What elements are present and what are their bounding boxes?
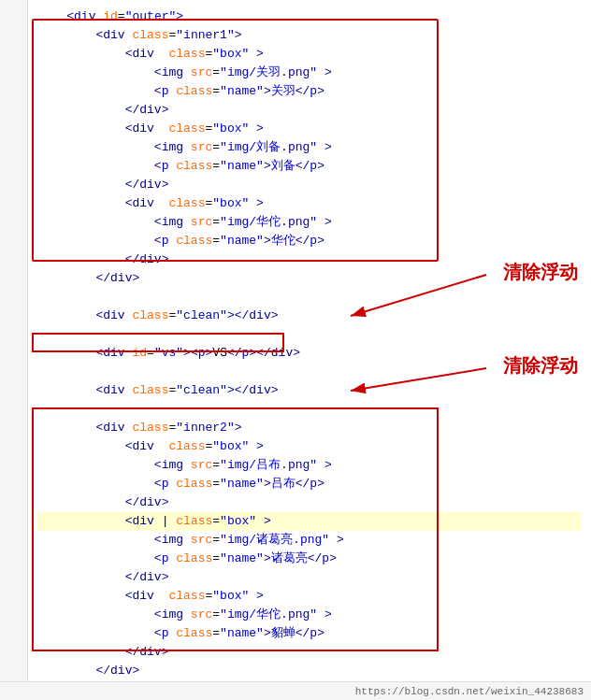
line-numbers (0, 0, 28, 700)
code-line (37, 363, 582, 381)
code-line: <img src="img/华佗.png" > (37, 213, 582, 232)
code-line: <div class="box" > (37, 194, 582, 213)
code-line: </div> (37, 662, 582, 680)
code-line: <div class="box" > (37, 45, 582, 64)
status-bar: https://blog.csdn.net/weixin_44238683 (0, 681, 591, 700)
code-line: </div> (37, 176, 582, 194)
code-line: </div> (37, 101, 582, 120)
annotation-label-1: 清除浮动 (503, 260, 578, 285)
code-line: <div class="inner1"> (37, 26, 582, 45)
code-line: </div> (37, 269, 582, 288)
code-line: <div id="outer"> (37, 7, 582, 26)
red-box-vs (32, 333, 284, 352)
code-line: <div class="clean"></div> (37, 381, 582, 400)
editor-area: ● ● <div id="outer"> <div class="inner1"… (0, 0, 591, 700)
status-url: https://blog.csdn.net/weixin_44238683 (355, 686, 584, 697)
code-line: <p class="name">关羽</p> (37, 82, 582, 101)
code-line: <p class="name">华佗</p> (37, 232, 582, 250)
code-line: <p class="name">刘备</p> (37, 157, 582, 176)
code-line: <div class="box" > (37, 120, 582, 138)
code-line: <img src="img/刘备.png" > (37, 138, 582, 157)
annotation-label-2: 清除浮动 (503, 353, 578, 379)
code-line: </div> (37, 250, 582, 269)
code-line: <img src="img/关羽.png" > (37, 64, 582, 82)
red-box-inner2 (32, 407, 439, 651)
code-line: <div class="clean"></div> (37, 307, 582, 325)
code-line (37, 288, 582, 307)
